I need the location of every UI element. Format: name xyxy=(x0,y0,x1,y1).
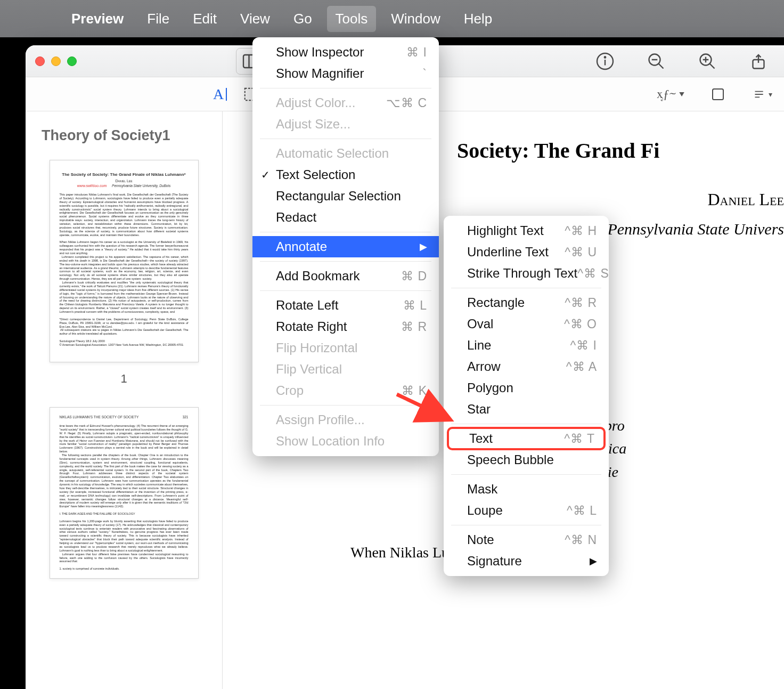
close-window-button[interactable] xyxy=(35,56,45,66)
menu-item-label: Text Selection xyxy=(276,167,355,182)
annotate-menu-item-loupe[interactable]: Loupe^⌘ L xyxy=(444,500,609,521)
page-thumbnail-1[interactable]: The Society of Society: The Grand Finale… xyxy=(50,160,199,362)
svg-rect-15 xyxy=(713,89,723,100)
annotate-submenu-panel: Highlight Text^⌘ HUnderline Text^⌘ UStri… xyxy=(444,216,609,576)
annotate-menu-item-underline-text[interactable]: Underline Text^⌘ U xyxy=(444,241,609,263)
doc-author: Daniel Lee xyxy=(457,190,784,209)
document-title: Theory of Society1 xyxy=(42,127,206,144)
tools-menu-item-separator xyxy=(260,88,431,88)
menu-item-label: Show Location Info xyxy=(276,434,385,449)
annotate-menu-item-mask[interactable]: Mask xyxy=(444,479,609,500)
menu-item-label: Crop xyxy=(276,383,304,398)
menu-item-label: Star xyxy=(467,402,491,417)
menu-item-label: Speech Bubble xyxy=(467,452,554,467)
thumb2-body-preview: time bears the mark of Edmund Husserl's … xyxy=(60,424,189,571)
zoom-in-icon[interactable] xyxy=(698,52,717,71)
menu-item-label: Rectangular Selection xyxy=(276,189,401,204)
tools-menu-panel: Show Inspector⌘ IShow Magnifier`Adjust C… xyxy=(252,37,439,456)
annotate-menu-item-text[interactable]: Text^⌘ T xyxy=(447,427,606,450)
tools-menu-item-add-bookmark[interactable]: Add Bookmark⌘ D xyxy=(252,265,439,287)
menu-item-label: Line xyxy=(467,338,491,353)
tools-menu-item-annotate[interactable]: Annotate▶ xyxy=(252,236,439,257)
description-button[interactable]: ▾ xyxy=(752,87,772,101)
annotate-menu-item-star[interactable]: Star xyxy=(444,399,609,420)
menu-shortcut: ⌥⌘ C xyxy=(386,96,427,110)
menu-shortcut: ⌘ R xyxy=(401,320,427,334)
crop-tool-icon[interactable] xyxy=(710,86,726,102)
menu-shortcut: ⌘ K xyxy=(402,384,427,398)
svg-point-4 xyxy=(605,56,606,58)
annotate-menu-item-separator xyxy=(451,288,601,288)
thumb2-header: NIKLAS LUHMANN'S THE SOCIETY OF SOCIETY xyxy=(60,415,139,419)
tools-menu-item-show-magnifier[interactable]: Show Magnifier` xyxy=(252,63,439,84)
annotate-menu-item-separator xyxy=(451,474,601,475)
menu-item-label: Adjust Color... xyxy=(276,95,355,110)
info-icon[interactable] xyxy=(595,52,615,71)
annotate-menu-item-signature[interactable]: Signature▶ xyxy=(444,550,609,572)
thumb-watermark-link: www.swifdoo.com xyxy=(77,184,107,188)
tools-menu-item-separator xyxy=(260,139,431,139)
app-menu[interactable]: Preview xyxy=(71,11,124,27)
submenu-arrow-icon: ▶ xyxy=(420,241,427,253)
annotate-menu-item-note[interactable]: Note^⌘ N xyxy=(444,529,609,550)
menu-window[interactable]: Window xyxy=(391,11,440,27)
tools-menu-item-rotate-right[interactable]: Rotate Right⌘ R xyxy=(252,316,439,337)
menu-item-label: Show Magnifier xyxy=(276,66,364,81)
text-annotation-button[interactable]: A xyxy=(213,86,224,103)
menu-tools[interactable]: Tools xyxy=(327,6,377,32)
thumb-author: Daniel Lee xyxy=(60,179,189,183)
tools-menu-item-flip-vertical: Flip Vertical xyxy=(252,359,439,380)
menu-item-label: Flip Horizontal xyxy=(276,341,357,355)
zoom-out-icon[interactable] xyxy=(647,52,666,71)
menu-shortcut: ` xyxy=(422,67,427,81)
thumb-affil: Pennsylvania State University, DuBois xyxy=(112,184,170,188)
tools-menu-item-crop: Crop⌘ K xyxy=(252,380,439,401)
annotate-menu-item-oval[interactable]: Oval^⌘ O xyxy=(444,313,609,335)
menu-item-label: Adjust Size... xyxy=(276,117,350,132)
minimize-window-button[interactable] xyxy=(51,56,61,66)
menu-shortcut: ^⌘ N xyxy=(565,533,597,547)
menu-item-label: Oval xyxy=(467,317,493,331)
menu-go[interactable]: Go xyxy=(293,11,312,27)
menu-item-label: Arrow xyxy=(467,359,501,374)
annotate-menu-item-separator xyxy=(451,525,601,525)
annotate-menu-item-speech-bubble[interactable]: Speech Bubble xyxy=(444,449,609,471)
signature-button[interactable]: ᶍƒ⁓ ▾ xyxy=(657,87,684,101)
tools-menu-item-text-selection[interactable]: ✓Text Selection xyxy=(252,164,439,185)
menu-view[interactable]: View xyxy=(240,11,270,27)
annotate-menu-item-strike-through-text[interactable]: Strike Through Text^⌘ S xyxy=(444,263,609,284)
tools-menu-item-rotate-left[interactable]: Rotate Left⌘ L xyxy=(252,295,439,316)
menu-item-label: Redact xyxy=(276,210,316,225)
menu-shortcut: ^⌘ I xyxy=(570,338,597,353)
menu-item-label: Polygon xyxy=(467,380,513,395)
annotate-menu-item-arrow[interactable]: Arrow^⌘ A xyxy=(444,356,609,377)
menu-item-label: Rotate Right xyxy=(276,319,347,334)
chevron-down-icon: ▾ xyxy=(769,90,772,99)
annotate-menu-item-separator xyxy=(451,424,601,424)
annotate-menu-item-rectangle[interactable]: Rectangle^⌘ R xyxy=(444,292,609,313)
menu-file[interactable]: File xyxy=(147,11,169,27)
menu-item-label: Text xyxy=(469,431,493,446)
annotate-menu-item-highlight-text[interactable]: Highlight Text^⌘ H xyxy=(444,220,609,241)
menu-help[interactable]: Help xyxy=(464,11,492,27)
tools-menu-item-redact[interactable]: Redact xyxy=(252,207,439,228)
annotate-menu-item-polygon[interactable]: Polygon xyxy=(444,377,609,399)
menu-shortcut: ^⌘ T xyxy=(564,432,595,446)
page-thumbnail-2[interactable]: NIKLAS LUHMANN'S THE SOCIETY OF SOCIETY … xyxy=(50,407,199,579)
thumb2-section-heading: I. THE DARK AGES AND THE FAILURE OF SOCI… xyxy=(60,512,135,515)
menu-shortcut: ^⌘ L xyxy=(567,504,597,518)
menu-item-label: Flip Vertical xyxy=(276,362,342,377)
menu-edit[interactable]: Edit xyxy=(193,11,217,27)
zoom-window-button[interactable] xyxy=(67,56,77,66)
thumb-body-preview: This paper introduces Niklas Luhmann's f… xyxy=(60,193,189,347)
share-icon[interactable] xyxy=(749,52,768,71)
tools-menu-item-show-inspector[interactable]: Show Inspector⌘ I xyxy=(252,42,439,63)
tools-menu-item-automatic-selection: Automatic Selection xyxy=(252,143,439,164)
menu-item-label: Annotate xyxy=(276,239,327,254)
tools-menu-item-assign-profile: Assign Profile... xyxy=(252,409,439,431)
menu-item-label: Strike Through Text xyxy=(467,266,577,281)
menu-item-label: Note xyxy=(467,532,494,547)
annotate-menu-item-line[interactable]: Line^⌘ I xyxy=(444,335,609,356)
tools-menu-item-rectangular-selection[interactable]: Rectangular Selection xyxy=(252,185,439,207)
menu-shortcut: ⌘ D xyxy=(401,269,427,283)
